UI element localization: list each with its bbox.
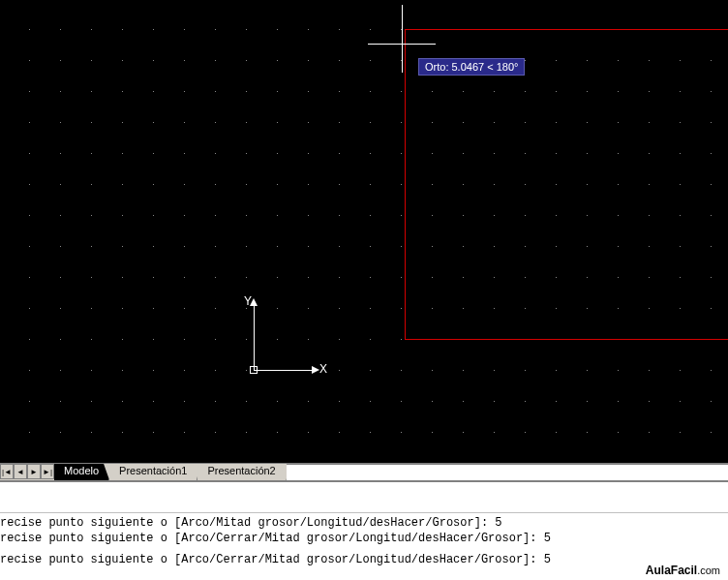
layout-tab-strip: |◄ ◄ ► ►| Modelo Presentación1 Presentac… (0, 463, 728, 480)
command-history-line: recise punto siguiente o [Arco/Cerrar/Mi… (0, 531, 728, 546)
command-prompt-line: recise punto siguiente o [Arco/Cerrar/Mi… (0, 552, 728, 567)
tab-nav-next[interactable]: ► (27, 464, 41, 479)
polyline-segment (405, 29, 406, 339)
crosshair-vertical (402, 5, 403, 73)
tab-layout-2[interactable]: Presentación2 (197, 464, 286, 480)
tooltip-text: Orto: 5.0467 < 180° (425, 61, 518, 73)
ucs-icon: Y X (244, 300, 331, 387)
tab-model[interactable]: Modelo (54, 464, 109, 480)
tab-layout-1[interactable]: Presentación1 (109, 464, 197, 480)
ucs-x-label: X (319, 362, 327, 376)
command-history-line: recise punto siguiente o [Arco/Mitad gro… (0, 515, 728, 531)
dynamic-input-tooltip: Orto: 5.0467 < 180° (418, 58, 525, 76)
tab-nav-first[interactable]: |◄ (0, 464, 14, 479)
ucs-y-label: Y (244, 294, 252, 308)
drawing-canvas[interactable]: Orto: 5.0467 < 180° Y X (0, 0, 728, 463)
polyline-segment (405, 29, 728, 30)
tab-nav-last[interactable]: ►| (41, 464, 54, 479)
tab-nav-prev[interactable]: ◄ (14, 464, 27, 479)
command-window[interactable]: recise punto siguiente o [Arco/Mitad gro… (0, 480, 728, 580)
polyline-segment (405, 339, 728, 340)
watermark: AulaFacil.com (646, 564, 720, 577)
